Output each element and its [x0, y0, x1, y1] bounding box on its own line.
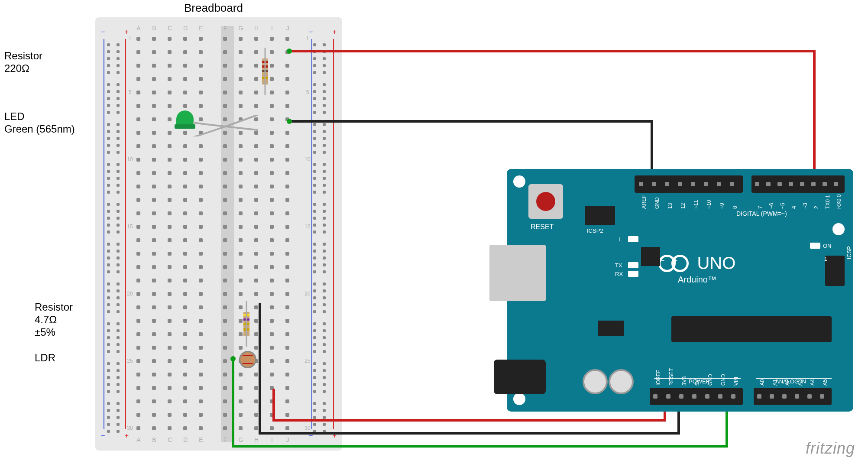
led-label: LEDGreen (565nm): [4, 110, 75, 136]
on-led: [810, 243, 820, 249]
rx-led: [628, 271, 638, 277]
regulator-icon: [598, 321, 624, 336]
L-led: [628, 236, 638, 242]
dc-jack[interactable]: [494, 360, 546, 394]
capacitor-1: [583, 369, 608, 394]
icsp-header[interactable]: [825, 256, 845, 286]
resistor2-leads: [243, 301, 252, 347]
fritzing-diagram: Breadboard Resistor220Ω LEDGreen (565nm)…: [0, 0, 868, 464]
breadboard: − + − + − + − + AABBCCDDEE151015202530 F…: [95, 17, 342, 451]
arduino-logo: −+ UNO Arduino™: [658, 253, 735, 285]
usb-port[interactable]: [489, 245, 546, 301]
arduino-uno: RESET ICSP2 ICSP 1 DIGITAL (PWM=~) POWER…: [507, 169, 853, 412]
resistor2-label: Resistor4.7Ω±5%: [35, 301, 73, 338]
atmega-chip: [671, 316, 832, 342]
fritzing-watermark: fritzing: [806, 439, 855, 458]
reset-label: RESET: [531, 223, 554, 231]
resistor-leads: [262, 48, 271, 95]
tx-led: [628, 262, 638, 268]
led-leads: [191, 115, 277, 136]
breadboard-title: Breadboard: [184, 1, 243, 15]
power-header[interactable]: [650, 388, 743, 405]
ldr-label: LDR: [35, 352, 55, 364]
digital-header-right[interactable]: [751, 175, 845, 193]
tie-points-left: AABBCCDDEE151015202530: [136, 26, 214, 442]
ldr-component: [239, 351, 256, 368]
reset-button[interactable]: [528, 184, 563, 219]
digital-header-left[interactable]: [635, 175, 743, 193]
resistor1-label: Resistor220Ω: [4, 50, 42, 75]
icsp2-header[interactable]: [585, 206, 615, 225]
mcu-chip-icon: [641, 247, 660, 266]
capacitor-2: [609, 369, 634, 394]
analog-header[interactable]: [754, 388, 832, 405]
